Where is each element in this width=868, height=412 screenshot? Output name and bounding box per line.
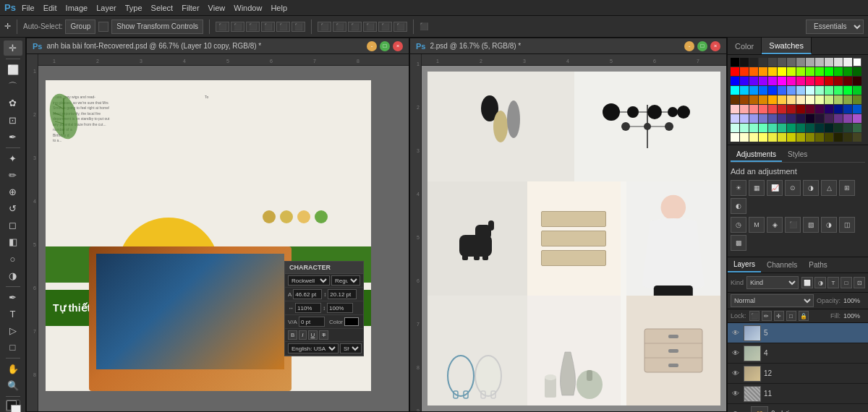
invert-adj-button[interactable]: ⬛ (785, 217, 801, 233)
swatches-tab[interactable]: Swatches (762, 38, 812, 54)
swatch[interactable] (740, 95, 749, 104)
swatch[interactable] (853, 124, 861, 132)
swatch[interactable] (834, 124, 843, 132)
menu-filter[interactable]: Filter (182, 4, 199, 12)
align-center-icon[interactable]: ⬛ (231, 22, 244, 32)
swatch[interactable] (768, 77, 777, 85)
swatch[interactable] (834, 86, 843, 95)
exposure-adj-button[interactable]: ⊙ (785, 180, 801, 196)
transform-controls-button[interactable]: Show Transform Controls (111, 20, 203, 34)
crop-tool[interactable]: ⊡ (4, 112, 22, 127)
swatch[interactable] (787, 124, 796, 132)
colorlookup-adj-button[interactable]: ◈ (767, 217, 783, 233)
doc1-close-button[interactable]: × (393, 41, 403, 51)
swatch[interactable] (843, 58, 852, 66)
brush-tool[interactable]: ✏ (4, 168, 22, 183)
hsl-adj-button[interactable]: △ (821, 180, 837, 196)
doc1-tab[interactable]: Ps anh bia bài font-Recovered.psd @ 66.7… (27, 38, 409, 54)
distribute-left-icon[interactable]: ⬛ (318, 22, 331, 32)
swatch[interactable] (759, 133, 767, 142)
swatch[interactable] (806, 67, 814, 76)
marquee-tool[interactable]: ⬜ (4, 62, 22, 77)
swatch[interactable] (825, 95, 833, 104)
swatch[interactable] (749, 58, 758, 66)
font-size-field[interactable] (293, 289, 322, 299)
italic-button[interactable]: I (299, 330, 306, 340)
swatch[interactable] (749, 86, 758, 95)
swatch[interactable] (787, 114, 796, 123)
dodge-tool[interactable]: ◑ (4, 268, 22, 283)
swatch[interactable] (853, 133, 861, 142)
menu-view[interactable]: View (208, 4, 226, 12)
swatch[interactable] (815, 124, 824, 132)
swatch[interactable] (806, 77, 814, 85)
swatch[interactable] (740, 77, 749, 85)
lock-pixels-button[interactable]: ✏ (762, 311, 772, 321)
font-select[interactable]: Rockwell (288, 275, 330, 286)
swatch[interactable] (731, 95, 739, 104)
swatch[interactable] (825, 114, 833, 123)
layers-tab[interactable]: Layers (728, 257, 761, 272)
workspace-select[interactable]: Essentials (806, 20, 864, 34)
zoom-tool[interactable]: 🔍 (4, 378, 22, 393)
curves-adj-button[interactable]: 📈 (767, 180, 783, 196)
text-filter-button[interactable]: T (827, 277, 839, 288)
vibrance-adj-button[interactable]: ◑ (803, 180, 819, 196)
menu-help[interactable]: Help (271, 4, 287, 12)
swatch[interactable] (796, 133, 805, 142)
swatch[interactable] (853, 95, 861, 104)
move-tool[interactable]: ✛ (4, 40, 22, 56)
swatch[interactable] (815, 58, 824, 66)
swatch[interactable] (834, 58, 843, 66)
layer-kind-select[interactable]: Kind (746, 276, 799, 289)
swatch[interactable] (778, 124, 786, 132)
swatch[interactable] (768, 86, 777, 95)
swatch[interactable] (853, 58, 861, 66)
swatch[interactable] (731, 86, 739, 95)
swatch[interactable] (731, 105, 739, 113)
swatch[interactable] (759, 114, 767, 123)
swatch[interactable] (843, 105, 852, 113)
swatch[interactable] (759, 67, 767, 76)
swatch[interactable] (825, 86, 833, 95)
healing-tool[interactable]: ✦ (4, 151, 22, 166)
swatch[interactable] (825, 58, 833, 66)
blur-tool[interactable]: ○ (4, 252, 22, 267)
swatch[interactable] (778, 114, 786, 123)
swatch[interactable] (806, 133, 814, 142)
menu-layer[interactable]: Layer (96, 4, 116, 12)
paths-tab[interactable]: Paths (803, 257, 833, 272)
swatch[interactable] (768, 67, 777, 76)
swatch[interactable] (806, 124, 814, 132)
swatch[interactable] (796, 95, 805, 104)
v-scale-field[interactable] (327, 303, 353, 313)
swatch[interactable] (796, 114, 805, 123)
layer-item[interactable]: 👁 12 (728, 364, 868, 384)
swatch[interactable] (825, 105, 833, 113)
doc2-maximize-button[interactable]: □ (697, 41, 707, 51)
language-select[interactable]: English: USA (288, 343, 339, 353)
levels-adj-button[interactable]: ▦ (749, 180, 765, 196)
eyedropper-tool[interactable]: ✒ (4, 129, 22, 145)
channels-tab[interactable]: Channels (761, 257, 803, 272)
posterize-adj-button[interactable]: ▧ (803, 217, 819, 233)
adjustments-tab[interactable]: Adjustments (731, 148, 782, 162)
align-middle-icon[interactable]: ⬛ (276, 22, 290, 32)
swatch[interactable] (815, 114, 824, 123)
pen-tool[interactable]: ✒ (4, 290, 22, 305)
gradient-tool[interactable]: ◧ (4, 234, 22, 249)
threshold-adj-button[interactable]: ◑ (821, 217, 837, 233)
swatch[interactable] (843, 86, 852, 95)
swatch[interactable] (768, 133, 777, 142)
swatch[interactable] (843, 67, 852, 76)
swatch[interactable] (853, 67, 861, 76)
swatch[interactable] (834, 114, 843, 123)
menu-image[interactable]: Image (66, 4, 88, 12)
swatch[interactable] (749, 77, 758, 85)
swatch[interactable] (787, 67, 796, 76)
strikethrough-button[interactable]: T (319, 330, 328, 340)
menu-type[interactable]: Type (125, 4, 142, 12)
menu-file[interactable]: File (22, 4, 35, 12)
layer-group-item[interactable]: 👁 ▶ 📁 2 ghế (728, 404, 868, 412)
colorbalance-adj-button[interactable]: ⊞ (839, 180, 855, 196)
